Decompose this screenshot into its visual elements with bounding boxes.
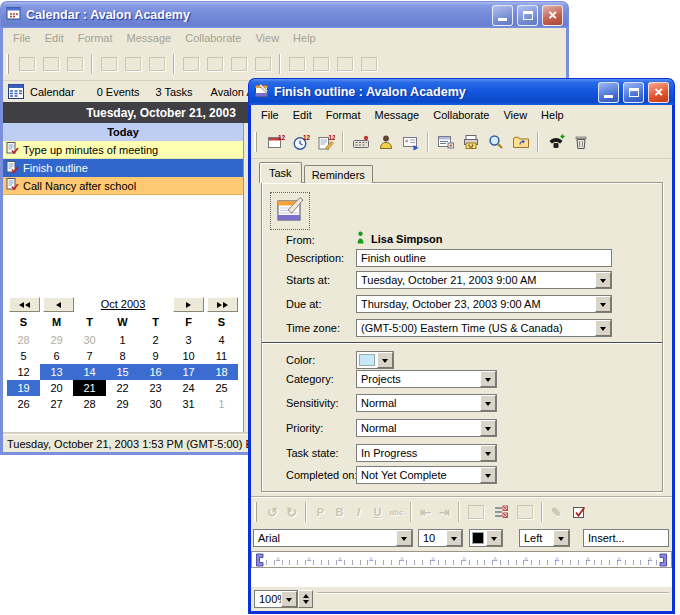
task-form-icon[interactable] [271,193,309,229]
address-card-icon[interactable] [398,129,423,154]
send-options-icon[interactable] [309,53,333,76]
delete-icon[interactable] [145,53,169,76]
contact-icon[interactable] [373,129,398,154]
underline-icon[interactable]: U [368,506,387,518]
dropdown-arrow-icon[interactable] [595,296,611,312]
dropdown-arrow-icon[interactable] [396,530,412,546]
mini-calendar-day[interactable]: 23 [139,380,172,396]
redo-icon[interactable]: ↻ [282,505,301,520]
mini-calendar-month-label[interactable]: Oct 2003 [63,298,183,310]
meeting-icon[interactable] [348,129,373,154]
signature-pen-icon[interactable]: ✎ [547,505,566,520]
menu-item-file[interactable]: File [254,106,286,124]
checklist-icon[interactable] [488,500,513,525]
new-message-icon[interactable] [97,53,121,76]
delete-icon[interactable] [568,129,593,154]
tab-stop-marker[interactable]: ▵ [648,555,652,563]
tab-stop-marker[interactable]: ▵ [555,555,559,563]
menu-item-message[interactable]: Message [120,29,179,47]
sensitivity-dropdown[interactable]: Normal [356,394,497,412]
menu-item-format[interactable]: Format [71,29,120,47]
multi-week-view-icon[interactable] [227,53,251,76]
mini-calendar-day[interactable]: 31 [172,396,205,412]
mini-calendar-day[interactable]: 30 [73,332,106,348]
mini-calendar-day[interactable]: 14 [73,364,106,380]
dropdown-arrow-icon[interactable] [480,445,496,461]
strikethrough-icon[interactable]: abc [387,508,406,517]
font-family-dropdown[interactable]: Arial [253,529,413,547]
zoom-level-dropdown[interactable]: 100% [254,590,298,608]
mini-calendar-day[interactable]: 30 [139,396,172,412]
tab-stop-marker[interactable]: ▵ [400,555,404,563]
menu-item-view[interactable]: View [248,29,286,47]
tab-stop-marker[interactable]: ▵ [493,555,497,563]
new-reminder-icon[interactable]: 12 [288,129,313,154]
tab-reminders[interactable]: Reminders [304,165,373,183]
tab-stop-marker[interactable]: ▵ [307,555,311,563]
zoom-spinner[interactable] [298,590,313,608]
mini-calendar-day[interactable]: 2 [139,332,172,348]
prev-year-button[interactable] [9,297,40,312]
close-button[interactable]: × [542,5,563,26]
dropdown-arrow-icon[interactable] [480,420,496,436]
new-task-icon[interactable] [63,53,87,76]
font-color-dropdown[interactable] [469,529,503,547]
mini-calendar-day[interactable]: 26 [7,396,40,412]
mini-calendar-day[interactable]: 16 [139,364,172,380]
undo-icon[interactable]: ↺ [263,505,282,520]
indent-icon[interactable]: ⇥ [435,505,454,520]
tab-stop-marker[interactable]: ▵ [586,555,590,563]
completed-on-dropdown[interactable]: Not Yet Complete [356,466,497,484]
next-year-button[interactable] [207,297,238,312]
mini-calendar-day[interactable]: 28 [73,396,106,412]
maximize-button[interactable] [623,82,644,103]
tab-stop-marker[interactable]: ▵ [524,555,528,563]
insert-dropdown[interactable]: Insert... [583,529,669,547]
flag-icon[interactable] [121,53,145,76]
dropdown-arrow-icon[interactable] [480,371,496,387]
ruler[interactable]: ▵▵▵▵▵▵▵▵▵▵▵▵▵ [251,551,672,568]
mini-calendar-day[interactable]: 13 [40,364,73,380]
menu-item-format[interactable]: Format [319,106,368,124]
starts-at-dropdown[interactable]: Tuesday, October 21, 2003 9:00 AM [356,271,612,289]
menu-item-edit[interactable]: Edit [38,29,71,47]
mini-calendar-day[interactable]: 25 [205,380,238,396]
mini-calendar-day[interactable]: 15 [106,364,139,380]
description-input[interactable]: Finish outline [356,249,612,267]
dropdown-arrow-icon[interactable] [446,530,462,546]
dropdown-arrow-icon[interactable] [595,320,611,336]
mini-calendar-day[interactable]: 29 [40,332,73,348]
print-icon[interactable] [458,129,483,154]
task-row[interactable]: Type up minutes of meeting [3,141,243,159]
task-state-dropdown[interactable]: In Progress [356,444,497,462]
outdent-icon[interactable]: ⇤ [416,505,435,520]
task-row-selected[interactable]: Finish outline [3,159,243,177]
paragraph-style-icon[interactable]: P [311,506,330,518]
mini-calendar-day[interactable]: 12 [7,364,40,380]
due-at-dropdown[interactable]: Thursday, October 23, 2003 9:00 AM [356,295,612,313]
menu-item-file[interactable]: File [6,29,38,47]
mini-calendar-day[interactable]: 7 [73,348,106,364]
mini-calendar-day[interactable]: 4 [205,332,238,348]
tab-stop-marker[interactable]: ▵ [276,555,280,563]
mini-calendar-day[interactable]: 17 [172,364,205,380]
toolbar-grip[interactable] [254,502,257,522]
tab-task[interactable]: Task [259,162,302,183]
spell-check-icon[interactable] [566,500,591,525]
mini-calendar-day[interactable]: 20 [40,380,73,396]
new-appointment-icon[interactable]: 12 [263,129,288,154]
dropdown-arrow-icon[interactable] [553,530,569,546]
mini-calendar-day[interactable]: 18 [205,364,238,380]
mini-calendar-day[interactable]: 5 [7,348,40,364]
mini-calendar-day[interactable]: 22 [106,380,139,396]
mini-calendar-day[interactable]: 11 [205,348,238,364]
menu-item-collaborate[interactable]: Collaborate [178,29,248,47]
toolbar-grip[interactable] [254,132,257,152]
tab-stop-marker[interactable]: ▵ [617,555,621,563]
tab-stop-marker[interactable]: ▵ [369,555,373,563]
minimize-button[interactable] [492,5,513,26]
mini-calendar-day[interactable]: 19 [7,380,40,396]
menu-item-help[interactable]: Help [534,106,571,124]
mini-calendar-day[interactable]: 10 [172,348,205,364]
new-reminder-icon[interactable] [39,53,63,76]
